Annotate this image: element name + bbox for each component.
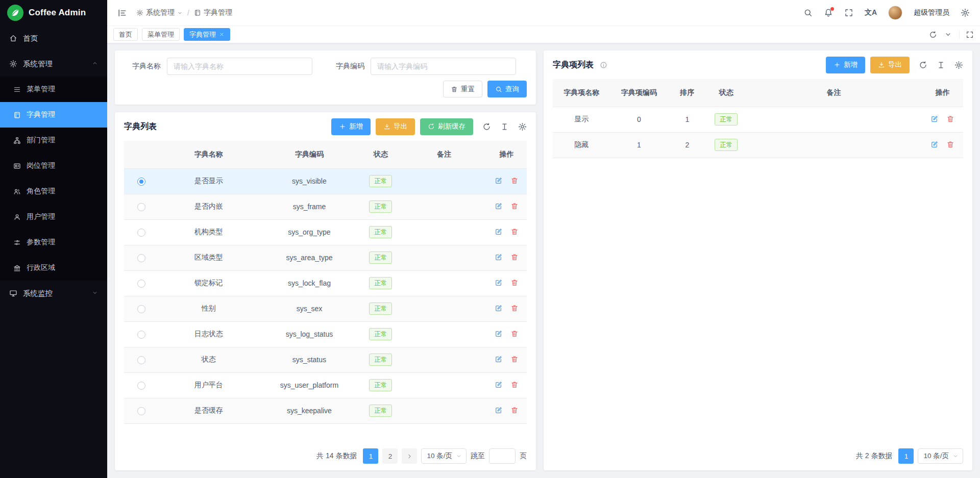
sidebar-item-system-management[interactable]: 系统管理 (0, 51, 107, 77)
delete-icon[interactable] (510, 279, 519, 287)
search-button[interactable]: 查询 (487, 81, 527, 97)
edit-icon[interactable] (495, 279, 503, 287)
table-row[interactable]: 显示01正常 (553, 107, 963, 132)
dict-code-input[interactable] (371, 58, 516, 75)
tab-首页[interactable]: 首页 (113, 28, 138, 41)
add-item-button[interactable]: 新增 (826, 57, 865, 73)
page-button-2[interactable]: 2 (382, 448, 398, 464)
plus-icon (834, 61, 841, 68)
edit-icon[interactable] (495, 202, 503, 210)
edit-icon[interactable] (495, 406, 503, 414)
edit-icon[interactable] (495, 228, 503, 236)
table-settings-gear-icon[interactable] (518, 122, 527, 131)
row-radio[interactable] (137, 254, 145, 262)
edit-icon[interactable] (495, 330, 503, 338)
tabs-expand-icon[interactable] (959, 31, 974, 39)
tabs-refresh-icon[interactable] (929, 31, 937, 39)
row-radio[interactable] (137, 305, 145, 313)
breadcrumb-item[interactable]: 系统管理 (136, 8, 183, 17)
table-row[interactable]: 是否内嵌sys_frame正常 (124, 194, 527, 219)
next-page-button[interactable] (402, 448, 417, 464)
edit-icon[interactable] (495, 381, 503, 389)
sidebar-item-menu-management[interactable]: 菜单管理 (0, 77, 107, 102)
reset-button[interactable]: 重置 (443, 81, 482, 97)
column-settings-icon[interactable] (500, 122, 509, 131)
notification-bell-icon[interactable] (824, 8, 833, 17)
refresh-cache-button[interactable]: 刷新缓存 (420, 118, 473, 135)
table-row[interactable]: 日志状态sys_log_status正常 (124, 321, 527, 347)
delete-icon[interactable] (510, 406, 519, 414)
cell-actions (486, 270, 527, 296)
row-radio[interactable] (137, 229, 145, 237)
edit-icon[interactable] (930, 140, 939, 148)
sidebar-item-dept-management[interactable]: 部门管理 (0, 128, 107, 153)
info-icon[interactable] (600, 61, 607, 69)
row-radio[interactable] (137, 331, 145, 339)
avatar[interactable] (888, 6, 902, 20)
table-row[interactable]: 是否缓存sys_keepalive正常 (124, 398, 527, 423)
table-row[interactable]: 状态sys_status正常 (124, 347, 527, 372)
table-row[interactable]: 性别sys_sex正常 (124, 296, 527, 321)
export-item-button[interactable]: 导出 (870, 57, 910, 73)
column-settings-icon[interactable] (937, 61, 945, 69)
table-row[interactable]: 是否显示sys_visible正常 (124, 168, 527, 194)
sidebar-item-user-management[interactable]: 用户管理 (0, 204, 107, 230)
delete-icon[interactable] (510, 330, 519, 338)
chevron-down-icon (92, 290, 98, 296)
edit-icon[interactable] (495, 304, 503, 312)
refresh-table-icon[interactable] (919, 61, 927, 69)
delete-icon[interactable] (946, 115, 954, 123)
table-settings-gear-icon[interactable] (954, 61, 963, 69)
sidebar-item-admin-region[interactable]: 行政区域 (0, 255, 107, 281)
sidebar-item-param-management[interactable]: 参数管理 (0, 230, 107, 255)
table-row[interactable]: 隐藏12正常 (553, 132, 963, 158)
tab-菜单管理[interactable]: 菜单管理 (142, 28, 180, 41)
jump-page-input[interactable] (489, 448, 516, 464)
breadcrumb-item[interactable]: 字典管理 (194, 8, 232, 17)
table-row[interactable]: 机构类型sys_org_type正常 (124, 219, 527, 245)
tab-字典管理[interactable]: 字典管理 (184, 28, 230, 41)
cell-select (124, 296, 158, 321)
delete-icon[interactable] (510, 177, 519, 185)
dict-name-input[interactable] (167, 58, 312, 75)
export-dict-button[interactable]: 导出 (376, 118, 415, 135)
table-row[interactable]: 用户平台sys_user_platform正常 (124, 372, 527, 398)
sidebar-item-home[interactable]: 首页 (0, 26, 107, 51)
delete-icon[interactable] (946, 140, 954, 148)
sidebar-item-dict-management[interactable]: 字典管理 (0, 102, 107, 128)
menu-fold-icon[interactable] (117, 8, 127, 18)
table-row[interactable]: 锁定标记sys_lock_flag正常 (124, 270, 527, 296)
page-button-1[interactable]: 1 (898, 448, 914, 464)
table-row[interactable]: 区域类型sys_area_type正常 (124, 245, 527, 270)
row-radio[interactable] (137, 203, 145, 211)
refresh-table-icon[interactable] (482, 122, 491, 131)
page-button-1[interactable]: 1 (363, 448, 378, 464)
edit-icon[interactable] (495, 355, 503, 363)
delete-icon[interactable] (510, 202, 519, 210)
edit-icon[interactable] (495, 253, 503, 261)
settings-gear-icon[interactable] (961, 8, 970, 17)
page-size-select[interactable]: 10 条/页 (421, 448, 467, 464)
sidebar-item-role-management[interactable]: 角色管理 (0, 179, 107, 204)
edit-icon[interactable] (495, 177, 503, 185)
tabs-dropdown-icon[interactable] (944, 31, 952, 38)
delete-icon[interactable] (510, 228, 519, 236)
delete-icon[interactable] (510, 253, 519, 261)
sidebar-item-post-management[interactable]: 岗位管理 (0, 153, 107, 179)
delete-icon[interactable] (510, 304, 519, 312)
page-size-select[interactable]: 10 条/页 (918, 448, 963, 464)
delete-icon[interactable] (510, 355, 519, 363)
row-radio[interactable] (137, 178, 145, 186)
row-radio[interactable] (137, 280, 145, 288)
search-icon[interactable] (803, 8, 813, 17)
fullscreen-icon[interactable] (844, 8, 853, 17)
delete-icon[interactable] (510, 381, 519, 389)
row-radio[interactable] (137, 356, 145, 364)
row-radio[interactable] (137, 382, 145, 390)
translate-icon[interactable]: 文A (865, 8, 877, 17)
username[interactable]: 超级管理员 (914, 8, 949, 17)
sidebar-item-system-monitor[interactable]: 系统监控 (0, 281, 107, 306)
edit-icon[interactable] (930, 115, 939, 123)
add-dict-button[interactable]: 新增 (331, 118, 371, 135)
row-radio[interactable] (137, 407, 145, 415)
